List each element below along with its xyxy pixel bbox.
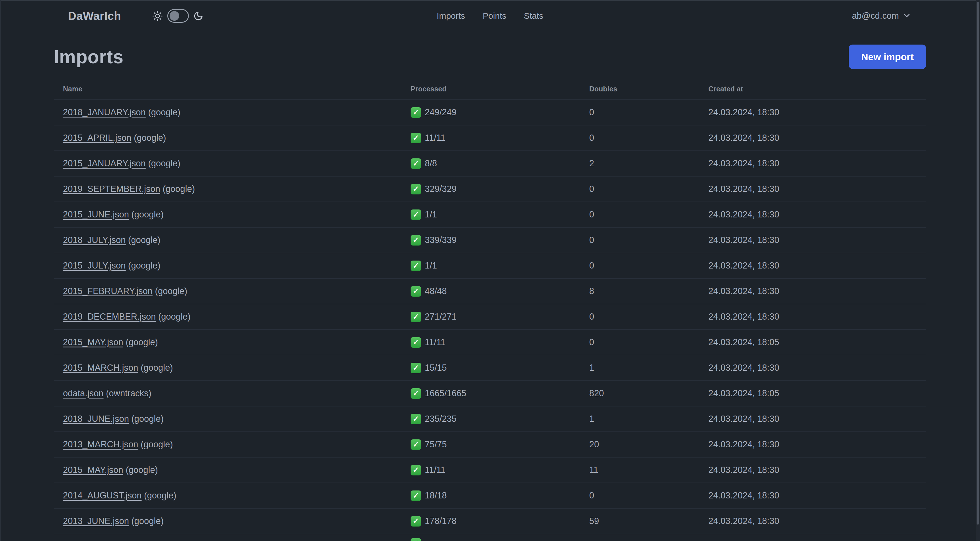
- table-row: 2015_JULY.json (google) ✓ 1/1 0 24.03.20…: [54, 253, 926, 279]
- processed-cell: ✓ 11/11: [410, 337, 589, 348]
- processed-count: 329/329: [425, 184, 457, 194]
- import-file-link[interactable]: 2015_JUNE.json: [63, 209, 129, 219]
- processed-count: 271/271: [425, 312, 457, 322]
- processed-cell: ✓ 11/11: [410, 133, 589, 143]
- processed-count: 235/235: [425, 414, 457, 424]
- import-file-link[interactable]: 2014_AUGUST.json: [63, 490, 142, 500]
- page-title: Imports: [54, 46, 124, 67]
- theme-toggle-group: [152, 9, 203, 23]
- doubles-count: 1: [589, 414, 708, 424]
- new-import-button[interactable]: New import: [849, 45, 926, 69]
- import-source: (google): [158, 312, 191, 322]
- import-file-link[interactable]: 2015_MAY.json: [63, 465, 123, 475]
- column-header-created-at: Created at: [708, 85, 926, 93]
- chevron-down-icon: [903, 11, 911, 21]
- doubles-count: 11: [589, 465, 708, 475]
- doubles-count: 0: [589, 260, 708, 271]
- processed-count: 11/11: [425, 465, 445, 475]
- processed-cell: ✓ 1665/1665: [410, 388, 589, 399]
- created-at: 24.03.2024, 18:30: [708, 235, 926, 245]
- created-at: 24.03.2024, 18:30: [708, 363, 926, 373]
- import-source: (google): [126, 337, 158, 347]
- import-file-link[interactable]: 2018_JULY.json: [63, 235, 126, 245]
- import-source: (google): [131, 209, 164, 219]
- processed-cell: ✓ 178/178: [410, 516, 589, 527]
- import-file-link[interactable]: 2015_JANUARY.json: [63, 158, 146, 168]
- processed-count: 1665/1665: [425, 388, 466, 399]
- import-file-link[interactable]: 2015_FEBRUARY.json: [63, 286, 153, 296]
- scrollbar-thumb[interactable]: [977, 2, 979, 525]
- doubles-count: 820: [589, 388, 708, 399]
- import-file-link[interactable]: 2015_JULY.json: [63, 260, 126, 270]
- import-source: (google): [141, 439, 173, 449]
- processed-count: 48/48: [425, 286, 447, 296]
- doubles-count: 8: [589, 286, 708, 296]
- created-at: 24.03.2024, 18:30: [708, 414, 926, 424]
- import-source: (google): [141, 363, 173, 373]
- theme-toggle-switch[interactable]: [167, 9, 189, 23]
- doubles-count: 0: [589, 337, 708, 348]
- app-logo[interactable]: DaWarIch: [68, 10, 121, 22]
- scrollbar-track: [976, 0, 980, 541]
- success-check-icon: ✓: [410, 209, 421, 220]
- sun-icon: [152, 11, 163, 21]
- processed-count: 75/75: [425, 439, 447, 450]
- table-row: 2015_FEBRUARY.json (google) ✓ 48/48 8 24…: [54, 279, 926, 304]
- processed-count: 178/178: [425, 516, 457, 526]
- import-file-link[interactable]: 2019_SEPTEMBER.json: [63, 184, 160, 194]
- page-head: Imports New import: [54, 43, 926, 70]
- table-row: 2014_AUGUST.json (google) ✓ 18/18 0 24.0…: [54, 483, 926, 509]
- doubles-count: 0: [589, 209, 708, 220]
- success-check-icon: ✓: [410, 490, 421, 501]
- processed-cell: ✓ 1/1: [410, 260, 589, 271]
- created-at: 24.03.2024, 18:30: [708, 490, 926, 501]
- success-check-icon: ✓: [410, 184, 421, 195]
- doubles-count: 0: [589, 107, 708, 118]
- column-header-processed: Processed: [410, 85, 589, 93]
- processed-cell: ✓ 75/75: [410, 439, 589, 450]
- processed-count: 249/249: [425, 107, 457, 118]
- import-file-link[interactable]: 2015_MAY.json: [63, 337, 123, 347]
- import-source: (google): [131, 414, 164, 424]
- import-source: (google): [126, 465, 158, 475]
- import-source: (google): [131, 516, 164, 526]
- success-check-icon: ✓: [410, 158, 421, 169]
- main-nav: Imports Points Stats: [437, 11, 543, 21]
- import-file-link[interactable]: 2015_APRIL.json: [63, 133, 131, 143]
- created-at: 24.03.2024, 18:30: [708, 312, 926, 322]
- table-row-partial: ✓: [54, 534, 926, 541]
- created-at: 24.03.2024, 18:30: [708, 184, 926, 194]
- created-at: 24.03.2024, 18:30: [708, 158, 926, 169]
- processed-count: 18/18: [425, 490, 447, 501]
- doubles-count: 0: [589, 235, 708, 245]
- column-header-name: Name: [54, 85, 410, 93]
- created-at: 24.03.2024, 18:30: [708, 133, 926, 143]
- doubles-count: 20: [589, 439, 708, 450]
- import-file-link[interactable]: 2013_MARCH.json: [63, 439, 138, 449]
- toggle-knob: [170, 11, 179, 21]
- import-file-link[interactable]: 2015_MARCH.json: [63, 363, 138, 373]
- processed-count: 11/11: [425, 337, 445, 348]
- imports-table: Name Processed Doubles Created at 2018_J…: [54, 78, 926, 541]
- table-row: 2018_JANUARY.json (google) ✓ 249/249 0 2…: [54, 100, 926, 126]
- import-file-link[interactable]: odata.json: [63, 388, 103, 398]
- import-file-link[interactable]: 2019_DECEMBER.json: [63, 312, 156, 322]
- success-check-icon: ✓: [410, 235, 421, 246]
- nav-item-points[interactable]: Points: [483, 11, 506, 21]
- import-file-link[interactable]: 2013_JUNE.json: [63, 516, 129, 526]
- import-source: (google): [148, 158, 180, 168]
- success-check-icon: ✓: [410, 414, 421, 425]
- created-at: 24.03.2024, 18:30: [708, 516, 926, 526]
- moon-icon: [193, 11, 203, 21]
- import-source: (google): [155, 286, 188, 296]
- table-row: 2015_APRIL.json (google) ✓ 11/11 0 24.03…: [54, 126, 926, 151]
- import-file-link[interactable]: 2018_JANUARY.json: [63, 107, 146, 117]
- created-at: 24.03.2024, 18:30: [708, 439, 926, 450]
- created-at: 24.03.2024, 18:30: [708, 260, 926, 271]
- nav-item-stats[interactable]: Stats: [524, 11, 543, 21]
- success-check-icon: ✓: [410, 388, 421, 399]
- nav-item-imports[interactable]: Imports: [437, 11, 465, 21]
- import-file-link[interactable]: 2018_JUNE.json: [63, 414, 129, 424]
- user-menu[interactable]: ab@cd.com: [852, 11, 911, 21]
- success-check-icon: ✓: [410, 465, 421, 476]
